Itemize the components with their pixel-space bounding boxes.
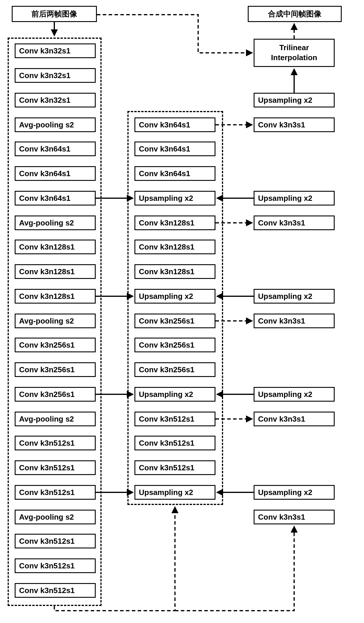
enc-conv-k3n32s1-2: Conv k3n32s1 bbox=[15, 68, 96, 83]
enc-conv-k3n32s1-3: Conv k3n32s1 bbox=[15, 93, 96, 107]
dec-conv-k3n128s1-3: Conv k3n128s1 bbox=[134, 264, 215, 279]
dec-conv-k3n256s1-3: Conv k3n256s1 bbox=[134, 362, 215, 377]
dec-conv-k3n64s1-2: Conv k3n64s1 bbox=[134, 142, 215, 156]
trilinear-label-line2: Interpolation bbox=[271, 53, 317, 63]
enc-conv-k3n256s1-3: Conv k3n256s1 bbox=[15, 387, 96, 402]
dec-conv-k3n64s1-3: Conv k3n64s1 bbox=[134, 166, 215, 181]
neural-network-diagram: 前后两帧图像 合成中间帧图像 Conv k3n32s1 Conv k3n32s1… bbox=[6, 6, 358, 617]
enc-avgpool-2: Avg-pooling s2 bbox=[15, 215, 96, 230]
dec-conv-k3n128s1-1: Conv k3n128s1 bbox=[134, 215, 215, 230]
output-frame-block: 合成中间帧图像 bbox=[248, 6, 342, 22]
right-upsampling-1: Upsampling x2 bbox=[254, 93, 335, 107]
enc-conv-k3n512s1-4: Conv k3n512s1 bbox=[15, 534, 96, 548]
enc-conv-k3n128s1-3: Conv k3n128s1 bbox=[15, 289, 96, 304]
dec-conv-k3n512s1-3: Conv k3n512s1 bbox=[134, 460, 215, 475]
enc-conv-k3n64s1-3: Conv k3n64s1 bbox=[15, 191, 96, 206]
dec-conv-k3n512s1-2: Conv k3n512s1 bbox=[134, 436, 215, 450]
right-upsampling-2: Upsampling x2 bbox=[254, 191, 335, 206]
enc-avgpool-4: Avg-pooling s2 bbox=[15, 412, 96, 426]
input-frames-block: 前后两帧图像 bbox=[12, 6, 97, 22]
dec-conv-k3n256s1-2: Conv k3n256s1 bbox=[134, 338, 215, 352]
right-upsampling-4: Upsampling x2 bbox=[254, 387, 335, 402]
right-conv-k3n3s1-5: Conv k3n3s1 bbox=[254, 510, 335, 524]
trilinear-label-line1: Trilinear bbox=[279, 43, 309, 53]
dec-conv-k3n512s1-1: Conv k3n512s1 bbox=[134, 412, 215, 426]
right-conv-k3n3s1-4: Conv k3n3s1 bbox=[254, 412, 335, 426]
dec-upsampling-3: Upsampling x2 bbox=[134, 387, 215, 402]
dec-conv-k3n256s1-1: Conv k3n256s1 bbox=[134, 314, 215, 328]
dec-conv-k3n128s1-2: Conv k3n128s1 bbox=[134, 240, 215, 254]
enc-avgpool-1: Avg-pooling s2 bbox=[15, 117, 96, 132]
right-conv-k3n3s1-3: Conv k3n3s1 bbox=[254, 314, 335, 328]
enc-conv-k3n128s1-2: Conv k3n128s1 bbox=[15, 264, 96, 279]
dec-upsampling-1: Upsampling x2 bbox=[134, 191, 215, 206]
enc-conv-k3n512s1-1: Conv k3n512s1 bbox=[15, 436, 96, 450]
dec-conv-k3n64s1-1: Conv k3n64s1 bbox=[134, 117, 215, 132]
enc-conv-k3n512s1-5: Conv k3n512s1 bbox=[15, 558, 96, 573]
enc-conv-k3n512s1-6: Conv k3n512s1 bbox=[15, 583, 96, 598]
enc-conv-k3n64s1-1: Conv k3n64s1 bbox=[15, 142, 96, 156]
right-upsampling-5: Upsampling x2 bbox=[254, 485, 335, 500]
enc-avgpool-5: Avg-pooling s2 bbox=[15, 510, 96, 524]
dec-upsampling-2: Upsampling x2 bbox=[134, 289, 215, 304]
enc-conv-k3n256s1-1: Conv k3n256s1 bbox=[15, 338, 96, 352]
enc-conv-k3n64s1-2: Conv k3n64s1 bbox=[15, 166, 96, 181]
enc-conv-k3n512s1-2: Conv k3n512s1 bbox=[15, 460, 96, 475]
dec-upsampling-4: Upsampling x2 bbox=[134, 485, 215, 500]
right-upsampling-3: Upsampling x2 bbox=[254, 289, 335, 304]
enc-conv-k3n256s1-2: Conv k3n256s1 bbox=[15, 362, 96, 377]
right-conv-k3n3s1-2: Conv k3n3s1 bbox=[254, 215, 335, 230]
right-conv-k3n3s1-1: Conv k3n3s1 bbox=[254, 117, 335, 132]
enc-conv-k3n32s1-1: Conv k3n32s1 bbox=[15, 43, 96, 58]
enc-conv-k3n512s1-3: Conv k3n512s1 bbox=[15, 485, 96, 500]
enc-conv-k3n128s1-1: Conv k3n128s1 bbox=[15, 240, 96, 254]
trilinear-interpolation-block: Trilinear Interpolation bbox=[254, 39, 335, 67]
enc-avgpool-3: Avg-pooling s2 bbox=[15, 314, 96, 328]
